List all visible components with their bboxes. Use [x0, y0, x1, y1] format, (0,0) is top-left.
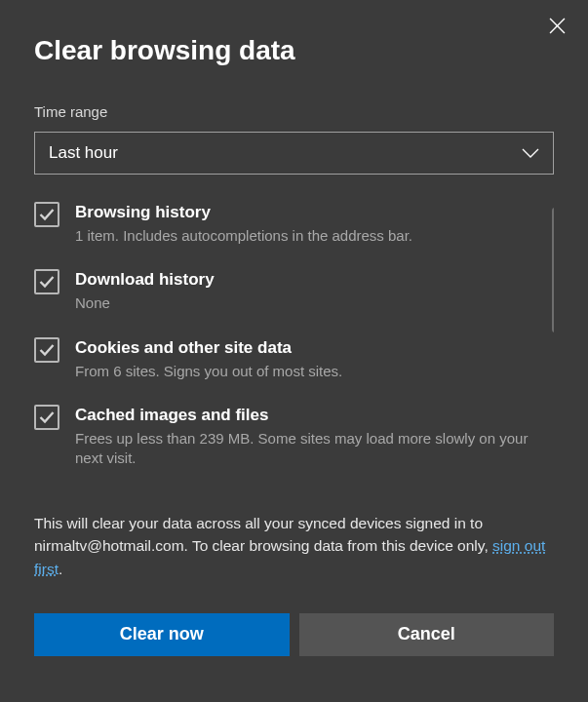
option-text: Cached images and files Frees up less th… [75, 405, 554, 469]
footer-text: This will clear your data across all you… [34, 512, 554, 580]
option-desc: Frees up less than 239 MB. Some sites ma… [75, 429, 554, 469]
check-icon [39, 275, 55, 289]
option-text: Cookies and other site data From 6 sites… [75, 337, 342, 381]
time-range-label: Time range [34, 103, 554, 120]
chevron-down-icon [522, 144, 539, 162]
check-icon [39, 410, 55, 424]
option-desc: From 6 sites. Signs you out of most site… [75, 362, 342, 381]
clear-now-button[interactable]: Clear now [34, 613, 290, 656]
option-desc: None [75, 293, 215, 313]
footer-text-part1: This will clear your data across all you… [34, 515, 492, 554]
options-area: Browsing history 1 item. Includes autoco… [34, 202, 554, 494]
option-text: Browsing history 1 item. Includes autoco… [75, 202, 412, 246]
close-icon [549, 18, 566, 34]
option-row: Download history None [34, 269, 554, 313]
option-text: Download history None [75, 269, 215, 313]
cancel-button[interactable]: Cancel [299, 613, 555, 656]
button-row: Clear now Cancel [34, 613, 554, 656]
check-icon [39, 343, 55, 357]
time-range-value: Last hour [49, 143, 118, 163]
check-icon [39, 208, 55, 221]
option-row: Browsing history 1 item. Includes autoco… [34, 202, 554, 246]
clear-browsing-data-dialog: Clear browsing data Time range Last hour… [0, 0, 588, 702]
option-title: Cookies and other site data [75, 338, 342, 358]
checkbox-cached[interactable] [34, 405, 59, 430]
option-desc: 1 item. Includes autocompletions in the … [75, 226, 412, 246]
dialog-title: Clear browsing data [34, 35, 554, 66]
options-list: Browsing history 1 item. Includes autoco… [34, 202, 554, 468]
option-title: Browsing history [75, 203, 412, 222]
close-button[interactable] [543, 12, 570, 39]
checkbox-download-history[interactable] [34, 269, 59, 294]
footer-text-part2: . [59, 561, 62, 577]
option-row: Cached images and files Frees up less th… [34, 405, 554, 469]
checkbox-cookies[interactable] [34, 337, 59, 363]
option-row: Cookies and other site data From 6 sites… [34, 337, 554, 381]
option-title: Cached images and files [75, 406, 554, 425]
scrollbar[interactable] [552, 208, 554, 332]
time-range-select[interactable]: Last hour [34, 132, 554, 175]
checkbox-browsing-history[interactable] [34, 202, 59, 227]
option-title: Download history [75, 270, 215, 290]
